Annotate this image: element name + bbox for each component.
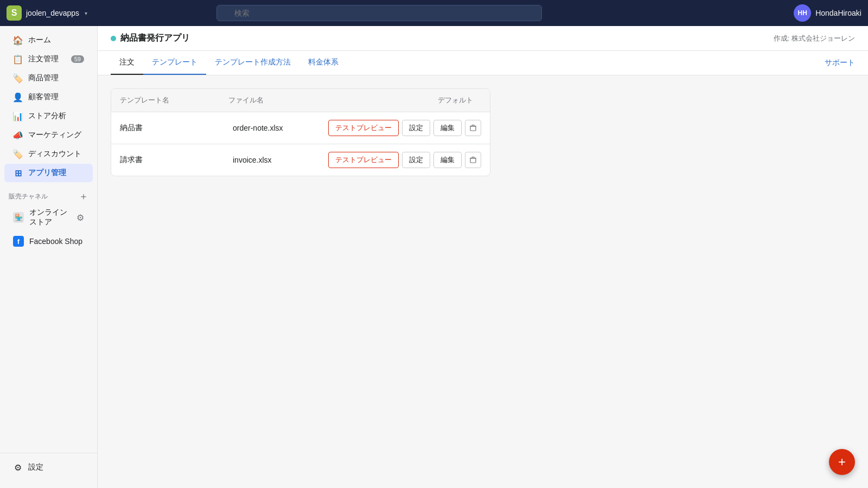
add-channel-button[interactable]: ＋ — [79, 191, 88, 201]
home-icon: 🏠 — [13, 35, 23, 45]
sidebar-item-discounts[interactable]: 🏷️ ディスカウント — [4, 145, 93, 163]
edit-button[interactable]: 編集 — [433, 152, 462, 168]
sidebar-item-label: 注文管理 — [28, 54, 59, 64]
row-name: 納品書 — [120, 123, 228, 133]
apps-icon: ⊞ — [13, 168, 23, 178]
brand-chevron-icon: ▾ — [85, 10, 87, 16]
brand-button[interactable]: S joolen_devapps ▾ — [7, 5, 87, 21]
tabs-bar: 注文 テンプレート テンプレート作成方法 料金体系 サポート — [98, 51, 868, 75]
analytics-icon: 📊 — [13, 111, 23, 121]
test-preview-button[interactable]: テストプレビュー — [328, 152, 399, 168]
row-file: invoice.xlsx — [233, 156, 324, 164]
fab-add-button[interactable]: + — [829, 449, 855, 475]
discounts-icon: 🏷️ — [13, 149, 23, 159]
topnav: S joolen_devapps ▾ 🔍 HH HondaHiroaki — [0, 0, 868, 26]
col-header-default: デフォルト — [438, 95, 481, 105]
col-header-file: ファイル名 — [228, 95, 438, 105]
sidebar: 🏠 ホーム 📋 注文管理 59 🏷️ 商品管理 👤 顧客管理 📊 ストア分析 — [0, 26, 98, 488]
avatar[interactable]: HH — [794, 4, 811, 22]
online-store-icon: 🏪 — [13, 212, 24, 223]
sales-channels-label: 販売チャネル — [9, 192, 48, 201]
col-header-template: テンプレート名 — [120, 95, 228, 105]
sidebar-item-orders[interactable]: 📋 注文管理 59 — [4, 50, 93, 68]
sidebar-item-label: 顧客管理 — [28, 92, 59, 102]
search-input[interactable] — [216, 5, 542, 21]
search-wrapper: 🔍 — [216, 5, 542, 21]
channel-label: オンラインストア — [29, 208, 71, 227]
table-row: 請求書 invoice.xlsx テストプレビュー 設定 編集 — [111, 144, 490, 176]
channel-label: Facebook Shop — [29, 237, 82, 246]
avatar-name: HondaHiroaki — [815, 9, 861, 17]
sidebar-item-home[interactable]: 🏠 ホーム — [4, 31, 93, 49]
content-area: テンプレート名 ファイル名 デフォルト 納品書 order-note.xlsx … — [98, 75, 868, 189]
svg-rect-5 — [470, 158, 476, 163]
row-actions: テストプレビュー 設定 編集 — [328, 152, 481, 168]
row-actions: テストプレビュー 設定 編集 — [328, 120, 481, 136]
marketing-icon: 📣 — [13, 130, 23, 140]
tab-create-method[interactable]: テンプレート作成方法 — [206, 51, 299, 75]
sidebar-item-label: ホーム — [28, 35, 51, 45]
main-content: 納品書発行アプリ 作成: 株式会社ジョーレン 注文 テンプレート テンプレート作… — [98, 26, 868, 488]
test-preview-button[interactable]: テストプレビュー — [328, 120, 399, 136]
sidebar-item-label: マーケティング — [28, 130, 81, 140]
products-icon: 🏷️ — [13, 73, 23, 83]
setting-button[interactable]: 設定 — [402, 152, 430, 168]
sidebar-item-label: アプリ管理 — [28, 168, 66, 178]
sidebar-item-label: ディスカウント — [28, 149, 81, 159]
topnav-right: HH HondaHiroaki — [794, 4, 861, 22]
brand-name: joolen_devapps — [26, 9, 79, 17]
tabs-right: サポート — [825, 51, 855, 75]
customers-icon: 👤 — [13, 92, 23, 102]
settings-label: 設定 — [28, 463, 43, 472]
sidebar-item-label: 商品管理 — [28, 73, 59, 83]
sales-channels-section-title: 販売チャネル ＋ — [0, 187, 97, 203]
row-file: order-note.xlsx — [233, 124, 324, 132]
support-link[interactable]: サポート — [825, 52, 855, 74]
sidebar-item-customers[interactable]: 👤 顧客管理 — [4, 88, 93, 106]
tab-pricing[interactable]: 料金体系 — [299, 51, 347, 75]
svg-rect-0 — [470, 126, 476, 131]
sidebar-item-apps[interactable]: ⊞ アプリ管理 — [4, 164, 93, 182]
main-header: 納品書発行アプリ 作成: 株式会社ジョーレン — [98, 26, 868, 51]
tab-orders[interactable]: 注文 — [111, 51, 143, 75]
app-title: 納品書発行アプリ — [120, 33, 190, 44]
app-title-row: 納品書発行アプリ — [111, 33, 190, 44]
sidebar-item-settings[interactable]: ⚙ 設定 — [4, 458, 93, 477]
delete-button[interactable] — [465, 152, 481, 168]
sidebar-nav-section: 🏠 ホーム 📋 注文管理 59 🏷️ 商品管理 👤 顧客管理 📊 ストア分析 — [0, 26, 97, 187]
templates-table: テンプレート名 ファイル名 デフォルト 納品書 order-note.xlsx … — [111, 88, 490, 176]
table-row: 納品書 order-note.xlsx テストプレビュー 設定 編集 — [111, 112, 490, 144]
edit-button[interactable]: 編集 — [433, 120, 462, 136]
orders-badge: 59 — [71, 55, 84, 63]
shopify-logo-icon: S — [7, 5, 22, 21]
setting-button[interactable]: 設定 — [402, 120, 430, 136]
sidebar-bottom: ⚙ 設定 — [0, 453, 97, 477]
sidebar-item-facebook-shop[interactable]: f Facebook Shop — [4, 232, 93, 251]
sidebar-item-products[interactable]: 🏷️ 商品管理 — [4, 69, 93, 87]
status-dot-icon — [111, 36, 116, 41]
sidebar-item-online-store[interactable]: 🏪 オンラインストア ⚙ — [4, 204, 93, 231]
delete-button[interactable] — [465, 120, 481, 136]
online-store-settings-icon[interactable]: ⚙ — [76, 213, 84, 223]
trash-icon — [469, 124, 477, 132]
row-name: 請求書 — [120, 155, 228, 165]
sidebar-item-analytics[interactable]: 📊 ストア分析 — [4, 107, 93, 125]
orders-icon: 📋 — [13, 54, 23, 64]
sidebar-item-marketing[interactable]: 📣 マーケティング — [4, 126, 93, 144]
settings-icon: ⚙ — [13, 463, 23, 472]
creator-text: 作成: 株式会社ジョーレン — [774, 34, 855, 43]
tab-templates[interactable]: テンプレート — [143, 51, 206, 75]
trash-icon — [469, 156, 477, 164]
facebook-icon: f — [13, 236, 24, 247]
table-header: テンプレート名 ファイル名 デフォルト — [111, 89, 490, 112]
sidebar-item-label: ストア分析 — [28, 111, 66, 121]
